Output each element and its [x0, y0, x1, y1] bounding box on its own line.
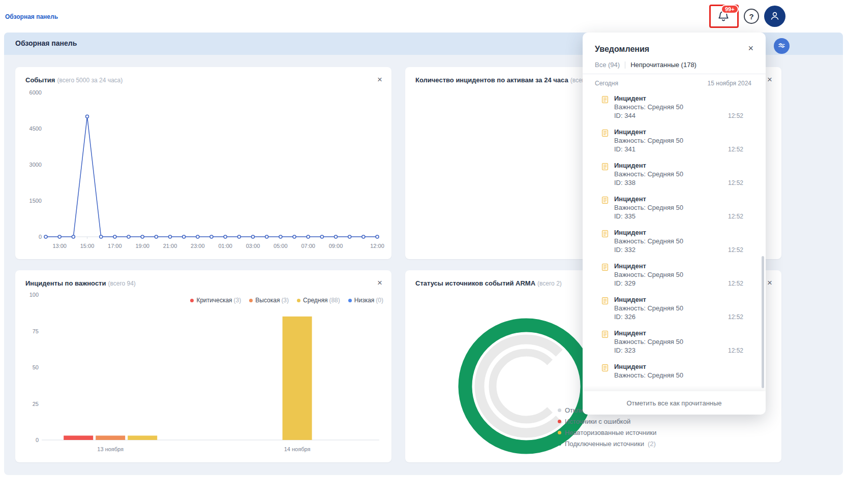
notification-item[interactable]: ИнцидентВажность: Средняя 50ID: 32612:52: [583, 292, 766, 325]
notification-id: ID: 329: [614, 279, 636, 287]
scrollbar-thumb[interactable]: [762, 256, 764, 388]
notification-id-row: ID: 34112:52: [614, 145, 743, 153]
page-title: Обзорная панель: [15, 39, 77, 47]
card-severity-title: Инциденты по важности: [25, 279, 106, 287]
card-events: События(всего 5000 за 24 часа) × 0150030…: [15, 67, 391, 259]
svg-text:4500: 4500: [29, 125, 42, 132]
svg-text:14 ноября: 14 ноября: [284, 446, 311, 452]
notification-id-row: ID: 33212:52: [614, 246, 743, 254]
notification-title: Инцидент: [614, 229, 743, 236]
notification-body: ИнцидентВажность: Средняя 50ID: 32912:52: [614, 262, 743, 288]
legend-dot: [558, 408, 561, 412]
notification-item[interactable]: ИнцидентВажность: Средняя 50ID: 34112:52: [583, 124, 766, 158]
card-incidents-by-severity: Инциденты по важности(всего 94) × Критич…: [15, 270, 391, 462]
svg-text:03:00: 03:00: [246, 243, 260, 249]
close-icon[interactable]: ×: [767, 75, 772, 84]
card-severity-subtitle: (всего 94): [108, 280, 135, 287]
svg-text:6000: 6000: [29, 89, 42, 96]
notification-item[interactable]: ИнцидентВажность: Средняя 50ID: 32312:52: [583, 325, 766, 359]
sliders-icon: [777, 41, 786, 51]
svg-text:05:00: 05:00: [274, 243, 288, 249]
notification-body: ИнцидентВажность: Средняя 50ID: 33812:52: [614, 162, 743, 187]
legend-label: Подключенные источники: [565, 440, 644, 448]
document-icon: [601, 329, 610, 355]
notification-id: ID: 344: [614, 112, 636, 119]
notification-id-row: ID: 32912:52: [614, 279, 743, 287]
close-icon[interactable]: ×: [377, 75, 382, 84]
tab-all[interactable]: Все (94): [595, 61, 620, 69]
svg-text:1500: 1500: [29, 198, 42, 204]
card-events-title: События: [25, 76, 55, 84]
svg-text:23:00: 23:00: [191, 243, 205, 249]
close-icon[interactable]: ×: [748, 44, 753, 53]
notification-item[interactable]: ИнцидентВажность: Средняя 50ID: 33812:52: [583, 158, 766, 191]
annotation-highlight-box: 99+: [709, 5, 739, 28]
notifications-title: Уведомления: [595, 45, 649, 53]
legend-item[interactable]: Неавторизованные источники: [558, 429, 656, 436]
svg-text:01:00: 01:00: [218, 243, 232, 249]
group-date-value: 15 ноября 2024: [708, 80, 751, 87]
card-title-row: Инциденты по важности(всего 94): [25, 278, 136, 288]
card-events-subtitle: (всего 5000 за 24 часа): [57, 77, 123, 84]
notification-time: 12:52: [728, 112, 743, 119]
help-button[interactable]: ?: [744, 9, 759, 24]
notification-time: 12:52: [728, 280, 743, 287]
tab-separator: [625, 61, 625, 69]
notification-title: Инцидент: [614, 262, 743, 270]
notification-id: ID: 335: [614, 212, 636, 220]
notification-item[interactable]: ИнцидентВажность: Средняя 50ID: 33212:52: [583, 225, 766, 258]
svg-text:3000: 3000: [29, 162, 42, 168]
svg-text:12:00: 12:00: [370, 243, 384, 249]
mark-all-read-button[interactable]: Отметить все как прочитанные: [583, 391, 766, 415]
notification-title: Инцидент: [614, 329, 743, 337]
notifications-date-row: Сегодня 15 ноября 2024: [583, 74, 766, 90]
notifications-header: Уведомления ×: [583, 33, 766, 54]
notification-severity: Важность: Средняя 50: [614, 103, 743, 111]
bell-icon: [717, 17, 730, 24]
topbar: Обзорная панель 99+ ?: [0, 0, 847, 33]
legend-item[interactable]: Подключенные источники(2): [558, 440, 656, 448]
notification-title: Инцидент: [614, 128, 743, 136]
notification-id-row: ID: 34412:52: [614, 112, 743, 119]
group-date: Сегодня: [595, 80, 618, 87]
svg-text:09:00: 09:00: [329, 243, 343, 249]
notifications-count-badge: 99+: [721, 5, 739, 14]
notification-id: ID: 323: [614, 346, 636, 354]
notification-title: Инцидент: [614, 162, 743, 169]
notification-severity: Важность: Средняя 50: [614, 304, 743, 312]
notification-item[interactable]: ИнцидентВажность: Средняя 50ID: 33512:52: [583, 191, 766, 225]
close-icon[interactable]: ×: [377, 278, 382, 287]
notification-item[interactable]: ИнцидентВажность: Средняя 50: [583, 359, 766, 392]
notifications-bell-button[interactable]: 99+: [715, 9, 732, 24]
dashboard-settings-button[interactable]: [774, 38, 790, 54]
notification-body: ИнцидентВажность: Средняя 50ID: 33512:52: [614, 195, 743, 220]
notification-severity: Важность: Средняя 50: [614, 170, 743, 178]
notification-body: ИнцидентВажность: Средняя 50ID: 34112:52: [614, 128, 743, 153]
notification-time: 12:52: [728, 347, 743, 354]
notification-item[interactable]: ИнцидентВажность: Средняя 50ID: 34412:52: [583, 90, 766, 124]
tab-unread[interactable]: Непрочитанные (178): [630, 61, 697, 69]
document-icon: [601, 262, 610, 288]
notification-body: ИнцидентВажность: Средняя 50ID: 32612:52: [614, 296, 743, 321]
notification-title: Инцидент: [614, 363, 743, 370]
user-avatar-button[interactable]: [764, 6, 785, 27]
svg-text:75: 75: [33, 328, 39, 334]
notification-id-row: ID: 33812:52: [614, 179, 743, 186]
notification-id-row: ID: 32612:52: [614, 313, 743, 321]
svg-text:15:00: 15:00: [80, 243, 95, 249]
breadcrumb[interactable]: Обзорная панель: [5, 13, 58, 20]
notification-severity: Важность: Средняя 50: [614, 137, 743, 144]
notification-id: ID: 326: [614, 313, 636, 321]
notifications-panel: Уведомления × Все (94) Непрочитанные (17…: [583, 33, 766, 415]
notification-item[interactable]: ИнцидентВажность: Средняя 50ID: 32912:52: [583, 258, 766, 292]
svg-text:19:00: 19:00: [135, 243, 149, 249]
notification-title: Инцидент: [614, 296, 743, 303]
screen: Обзорная панель 99+ ?: [0, 0, 847, 504]
legend-dot: [558, 420, 561, 423]
card-assets-title: Количество инцидентов по активам за 24 ч…: [415, 76, 568, 84]
notification-severity: Важность: Средняя 50: [614, 338, 743, 345]
legend-item[interactable]: Источники с ошибкой: [558, 418, 656, 425]
notification-body: ИнцидентВажность: Средняя 50ID: 32312:52: [614, 329, 743, 355]
svg-text:0: 0: [36, 437, 39, 443]
svg-text:100: 100: [29, 292, 39, 298]
